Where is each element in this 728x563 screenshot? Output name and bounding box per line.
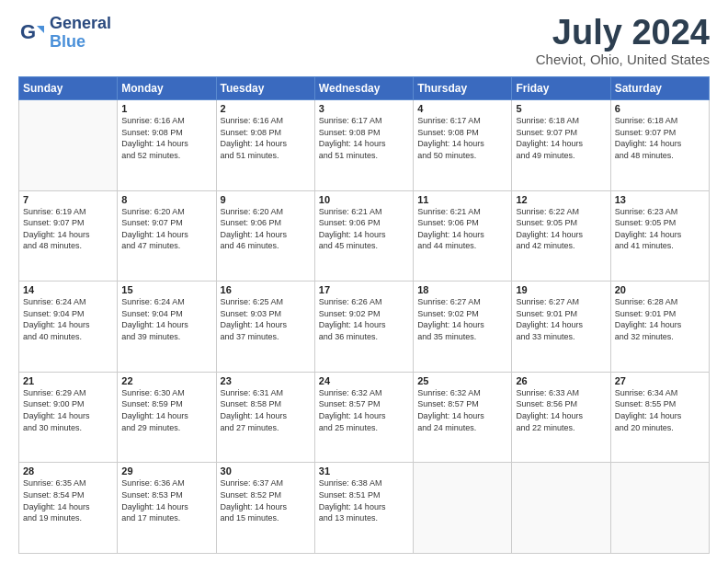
calendar-cell: 20Sunrise: 6:28 AMSunset: 9:01 PMDayligh… [610,282,709,373]
cell-content: Sunrise: 6:37 AMSunset: 8:52 PMDaylight:… [221,477,311,523]
day-number: 10 [319,194,409,205]
calendar-cell: 24Sunrise: 6:32 AMSunset: 8:57 PMDayligh… [314,372,413,463]
calendar-cell: 29Sunrise: 6:36 AMSunset: 8:53 PMDayligh… [118,463,216,554]
cell-content: Sunrise: 6:27 AMSunset: 9:01 PMDaylight:… [516,296,606,342]
day-header-saturday: Saturday [610,77,709,100]
calendar-cell: 31Sunrise: 6:38 AMSunset: 8:51 PMDayligh… [314,463,413,554]
logo-text: General Blue [50,15,111,52]
month-year: July 2024 [536,15,710,50]
calendar-cell: 5Sunrise: 6:18 AMSunset: 9:07 PMDaylight… [512,100,610,191]
day-number: 9 [221,194,311,205]
day-header-sunday: Sunday [19,77,118,100]
day-number: 12 [516,194,606,205]
cell-content: Sunrise: 6:22 AMSunset: 9:05 PMDaylight:… [516,206,606,252]
week-row-5: 28Sunrise: 6:35 AMSunset: 8:54 PMDayligh… [19,463,710,554]
calendar-cell: 16Sunrise: 6:25 AMSunset: 9:03 PMDayligh… [216,282,314,373]
day-number: 21 [23,375,113,386]
day-number: 17 [319,284,409,295]
cell-content: Sunrise: 6:19 AMSunset: 9:07 PMDaylight:… [23,206,113,252]
day-number: 26 [516,375,606,386]
calendar-cell: 7Sunrise: 6:19 AMSunset: 9:07 PMDaylight… [19,190,118,282]
cell-content: Sunrise: 6:31 AMSunset: 8:58 PMDaylight:… [221,387,311,433]
day-number: 19 [516,284,606,295]
day-number: 23 [221,375,311,386]
cell-content: Sunrise: 6:28 AMSunset: 9:01 PMDaylight:… [615,296,705,342]
day-number: 22 [121,375,211,386]
cell-content: Sunrise: 6:35 AMSunset: 8:54 PMDaylight:… [23,477,113,523]
day-number: 14 [23,284,113,295]
cell-content: Sunrise: 6:24 AMSunset: 9:04 PMDaylight:… [121,296,211,342]
location: Cheviot, Ohio, United States [536,52,710,67]
cell-content: Sunrise: 6:38 AMSunset: 8:51 PMDaylight:… [319,477,409,523]
calendar-cell: 18Sunrise: 6:27 AMSunset: 9:02 PMDayligh… [414,282,512,373]
day-number: 5 [516,103,606,114]
calendar-cell [19,100,118,191]
week-row-3: 14Sunrise: 6:24 AMSunset: 9:04 PMDayligh… [19,282,710,373]
day-number: 4 [417,103,507,114]
calendar-table: SundayMondayTuesdayWednesdayThursdayFrid… [18,76,710,554]
calendar-cell: 15Sunrise: 6:24 AMSunset: 9:04 PMDayligh… [118,282,216,373]
day-number: 8 [121,194,211,205]
day-header-tuesday: Tuesday [216,77,314,100]
day-number: 11 [417,194,507,205]
day-number: 18 [417,284,507,295]
calendar-cell: 14Sunrise: 6:24 AMSunset: 9:04 PMDayligh… [19,282,118,373]
calendar-cell: 11Sunrise: 6:21 AMSunset: 9:06 PMDayligh… [414,190,512,282]
calendar-cell: 1Sunrise: 6:16 AMSunset: 9:08 PMDaylight… [118,100,216,191]
calendar-cell: 13Sunrise: 6:23 AMSunset: 9:05 PMDayligh… [610,190,709,282]
day-number: 7 [23,194,113,205]
cell-content: Sunrise: 6:23 AMSunset: 9:05 PMDaylight:… [615,206,705,252]
cell-content: Sunrise: 6:25 AMSunset: 9:03 PMDaylight:… [221,296,311,342]
day-number: 20 [615,284,705,295]
calendar-cell [414,463,512,554]
calendar-cell: 22Sunrise: 6:30 AMSunset: 8:59 PMDayligh… [118,372,216,463]
cell-content: Sunrise: 6:17 AMSunset: 9:08 PMDaylight:… [417,115,507,161]
logo-line1: General [50,14,111,32]
day-number: 2 [221,103,311,114]
calendar-cell: 25Sunrise: 6:32 AMSunset: 8:57 PMDayligh… [414,372,512,463]
day-number: 27 [615,375,705,386]
day-header-friday: Friday [512,77,610,100]
cell-content: Sunrise: 6:27 AMSunset: 9:02 PMDaylight:… [417,296,507,342]
day-number: 25 [417,375,507,386]
day-number: 16 [221,284,311,295]
logo-line2: Blue [50,32,85,51]
day-number: 29 [121,465,211,477]
cell-content: Sunrise: 6:21 AMSunset: 9:06 PMDaylight:… [319,206,409,252]
calendar-body: 1Sunrise: 6:16 AMSunset: 9:08 PMDaylight… [19,100,710,554]
day-header-thursday: Thursday [414,77,512,100]
calendar-cell: 3Sunrise: 6:17 AMSunset: 9:08 PMDaylight… [314,100,413,191]
calendar-cell: 10Sunrise: 6:21 AMSunset: 9:06 PMDayligh… [314,190,413,282]
calendar-cell [610,463,709,554]
cell-content: Sunrise: 6:30 AMSunset: 8:59 PMDaylight:… [121,387,211,433]
day-number: 15 [121,284,211,295]
calendar-cell: 21Sunrise: 6:29 AMSunset: 9:00 PMDayligh… [19,372,118,463]
calendar-cell: 28Sunrise: 6:35 AMSunset: 8:54 PMDayligh… [19,463,118,554]
day-number: 1 [121,103,211,114]
title-block: July 2024 Cheviot, Ohio, United States [536,15,710,67]
cell-content: Sunrise: 6:32 AMSunset: 8:57 PMDaylight:… [417,387,507,433]
cell-content: Sunrise: 6:17 AMSunset: 9:08 PMDaylight:… [319,115,409,161]
cell-content: Sunrise: 6:29 AMSunset: 9:00 PMDaylight:… [23,387,113,433]
day-number: 24 [319,375,409,386]
logo: G General Blue [18,15,111,52]
cell-content: Sunrise: 6:18 AMSunset: 9:07 PMDaylight:… [516,115,606,161]
cell-content: Sunrise: 6:16 AMSunset: 9:08 PMDaylight:… [221,115,311,161]
cell-content: Sunrise: 6:18 AMSunset: 9:07 PMDaylight:… [615,115,705,161]
page: G General Blue July 2024 Cheviot, Ohio, … [0,0,728,563]
calendar-cell: 4Sunrise: 6:17 AMSunset: 9:08 PMDaylight… [414,100,512,191]
cell-content: Sunrise: 6:32 AMSunset: 8:57 PMDaylight:… [319,387,409,433]
cell-content: Sunrise: 6:16 AMSunset: 9:08 PMDaylight:… [121,115,211,161]
calendar-cell: 17Sunrise: 6:26 AMSunset: 9:02 PMDayligh… [314,282,413,373]
cell-content: Sunrise: 6:21 AMSunset: 9:06 PMDaylight:… [417,206,507,252]
week-row-4: 21Sunrise: 6:29 AMSunset: 9:00 PMDayligh… [19,372,710,463]
cell-content: Sunrise: 6:33 AMSunset: 8:56 PMDaylight:… [516,387,606,433]
week-row-2: 7Sunrise: 6:19 AMSunset: 9:07 PMDaylight… [19,190,710,282]
header: G General Blue July 2024 Cheviot, Ohio, … [18,15,710,67]
calendar-cell: 6Sunrise: 6:18 AMSunset: 9:07 PMDaylight… [610,100,709,191]
day-header-monday: Monday [118,77,216,100]
calendar-cell [512,463,610,554]
calendar-cell: 2Sunrise: 6:16 AMSunset: 9:08 PMDaylight… [216,100,314,191]
calendar-cell: 26Sunrise: 6:33 AMSunset: 8:56 PMDayligh… [512,372,610,463]
svg-marker-1 [37,26,44,33]
